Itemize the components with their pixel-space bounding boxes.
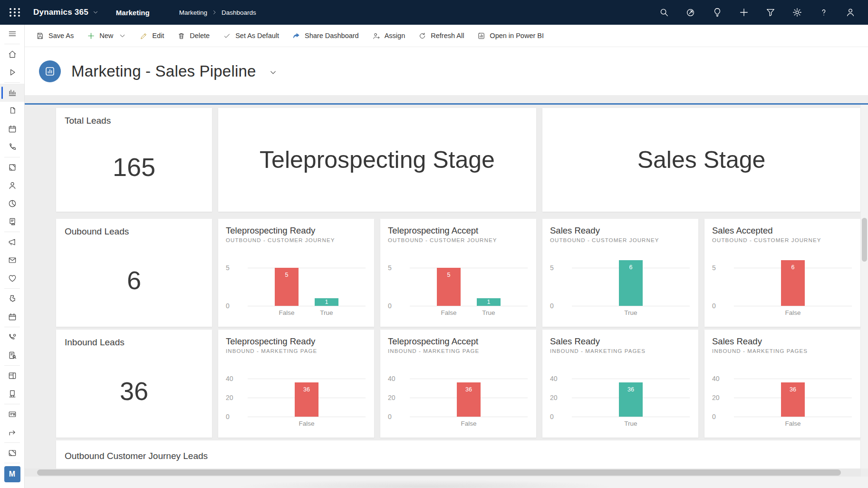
chart-title: Teleprospecting Accept (388, 336, 529, 347)
delete-button[interactable]: Delete (171, 25, 216, 47)
kpi-tile[interactable]: Total Leads165 (56, 108, 212, 212)
sidebar-item-contacts[interactable] (0, 176, 24, 195)
open-in-power-bi-button[interactable]: Open in Power BI (471, 25, 550, 47)
chart-tile[interactable]: Sales AcceptedOUTBOUND - CUSTOMER JOURNE… (704, 219, 860, 327)
save-as-label: Save As (48, 32, 74, 39)
app-launcher-waffle-icon[interactable] (8, 6, 23, 19)
x-category-label: False (299, 420, 314, 427)
sidebar-item-form-card[interactable] (0, 405, 24, 423)
chart-tile[interactable]: Teleprospecting AcceptINBOUND - MARKETIN… (380, 330, 536, 438)
sidebar-item-phone-settings[interactable] (0, 328, 24, 346)
filter-button[interactable] (765, 7, 776, 18)
bar-false[interactable]: 36 (295, 382, 318, 417)
sidebar-item-redirects[interactable] (0, 423, 24, 441)
sidebar-item-landing-pages[interactable] (0, 385, 24, 403)
breadcrumb-item-dashboards[interactable]: Dashboards (222, 9, 256, 16)
sidebar-item-home[interactable] (0, 45, 24, 63)
new-button[interactable]: New (80, 25, 133, 47)
sidebar-item-menu[interactable] (0, 25, 24, 43)
refresh-all-button[interactable]: Refresh All (412, 25, 471, 47)
sidebar-item-email[interactable] (0, 251, 24, 269)
dashboard-selector-chevron-icon[interactable] (269, 68, 278, 77)
bar-true[interactable]: 1 (315, 298, 338, 306)
form-card-icon (8, 410, 17, 419)
bar-true[interactable]: 6 (619, 260, 643, 306)
chart-tile[interactable]: Sales ReadyINBOUND - MARKETING PAGES4020… (704, 330, 860, 438)
person-button[interactable] (845, 7, 856, 18)
share-dashboard-button[interactable]: Share Dashboard (286, 25, 366, 47)
search-icon (659, 7, 669, 18)
horizontal-scrollbar[interactable] (25, 468, 861, 477)
sidebar-item-marketing[interactable] (0, 233, 24, 251)
bar-value-label: 36 (295, 386, 318, 393)
breadcrumb: Marketing Dashboards (179, 9, 256, 16)
gear-button[interactable] (792, 7, 802, 18)
sidebar-divider (4, 442, 20, 443)
chart-tile[interactable]: Sales ReadyINBOUND - MARKETING PAGES4020… (542, 330, 698, 438)
y-tick-label: 40 (226, 375, 243, 382)
bar-false[interactable]: 5 (437, 268, 461, 306)
assign-button[interactable]: Assign (366, 25, 412, 47)
sidebar-item-pages[interactable] (0, 102, 24, 120)
bar-wrapper: 6True (619, 260, 643, 306)
kpi-tile[interactable]: Inbound Leads36 (56, 330, 212, 438)
sidebar-item-files[interactable] (0, 444, 24, 462)
bar-value-label: 5 (437, 272, 461, 278)
chart-tile[interactable]: Teleprospecting AcceptOUTBOUND - CUSTOME… (380, 219, 536, 327)
calendar-icon (8, 124, 17, 134)
bar-false[interactable]: 36 (457, 382, 481, 417)
sidebar-item-journey-doc[interactable] (0, 213, 24, 231)
set-as-default-button[interactable]: Set As Default (216, 25, 286, 47)
sidebar-item-forms[interactable] (0, 367, 24, 385)
sidebar-item-lead-scoring[interactable] (0, 346, 24, 364)
sidebar-item-insights[interactable] (0, 195, 24, 213)
sidebar-item-dashboards[interactable] (0, 84, 24, 102)
kpi-tile[interactable]: Oubound Leads6 (56, 219, 212, 327)
chevron-down-icon[interactable] (117, 32, 126, 40)
plus-button[interactable] (739, 7, 749, 18)
stage-header-tile[interactable]: Sales Stage (542, 108, 860, 212)
kpi-value: 165 (65, 126, 203, 204)
save-as-button[interactable]: Save As (29, 25, 80, 47)
vertical-scrollbar-thumb[interactable] (862, 218, 867, 262)
compass-button[interactable] (685, 7, 696, 18)
chevron-down-icon[interactable] (92, 9, 99, 16)
brand-title[interactable]: Dynamics 365 (33, 8, 88, 17)
chart-tile[interactable]: Sales ReadyOUTBOUND - CUSTOMER JOURNEY50… (542, 219, 698, 327)
search-button[interactable] (659, 7, 669, 18)
bar-false[interactable]: 6 (781, 260, 805, 306)
sidebar-item-assets[interactable] (0, 158, 24, 176)
chart-title: Teleprospecting Ready (226, 225, 366, 236)
bar-true[interactable]: 1 (477, 298, 501, 306)
breadcrumb-item-marketing[interactable]: Marketing (179, 9, 207, 16)
vertical-scrollbar[interactable] (861, 105, 868, 468)
chart-title: Teleprospecting Ready (226, 336, 366, 347)
help-button[interactable] (819, 7, 829, 18)
edit-button[interactable]: Edit (133, 25, 171, 47)
lightbulb-button[interactable] (712, 7, 723, 18)
bar-true[interactable]: 36 (619, 382, 643, 417)
chart-tile[interactable]: Teleprospecting ReadyOUTBOUND - CUSTOMER… (218, 219, 374, 327)
compass-icon (685, 7, 696, 18)
sidebar-divider (4, 365, 20, 366)
y-tick-label: 0 (712, 413, 729, 420)
sidebar-item-phone[interactable] (0, 138, 24, 156)
page-footer-strip (25, 477, 868, 488)
bar-false[interactable]: 5 (275, 268, 299, 306)
sidebar-item-segments[interactable] (0, 290, 24, 308)
sidebar-item-events[interactable] (0, 308, 24, 326)
stage-header-tile[interactable]: Teleprospecting Stage (218, 108, 536, 212)
chart-title: Sales Ready (550, 225, 691, 236)
y-tick-label: 5 (226, 264, 243, 272)
sidebar-item-calendar[interactable] (0, 120, 24, 138)
horizontal-scrollbar-thumb[interactable] (37, 469, 841, 476)
dashboard-titlebar: Marketing - Sales Pipeline (25, 47, 868, 95)
chart-tile[interactable]: Teleprospecting ReadyINBOUND - MARKETING… (218, 330, 374, 438)
y-tick-label: 0 (226, 413, 243, 420)
power-bi-dashboard-icon[interactable] (39, 60, 61, 82)
sidebar-item-recent[interactable] (0, 63, 24, 81)
sidebar-item-engagement[interactable] (0, 269, 24, 287)
workspace-badge[interactable]: M (4, 466, 20, 482)
chart-subtitle: OUTBOUND - CUSTOMER JOURNEY (712, 237, 853, 243)
bar-false[interactable]: 36 (781, 382, 805, 417)
